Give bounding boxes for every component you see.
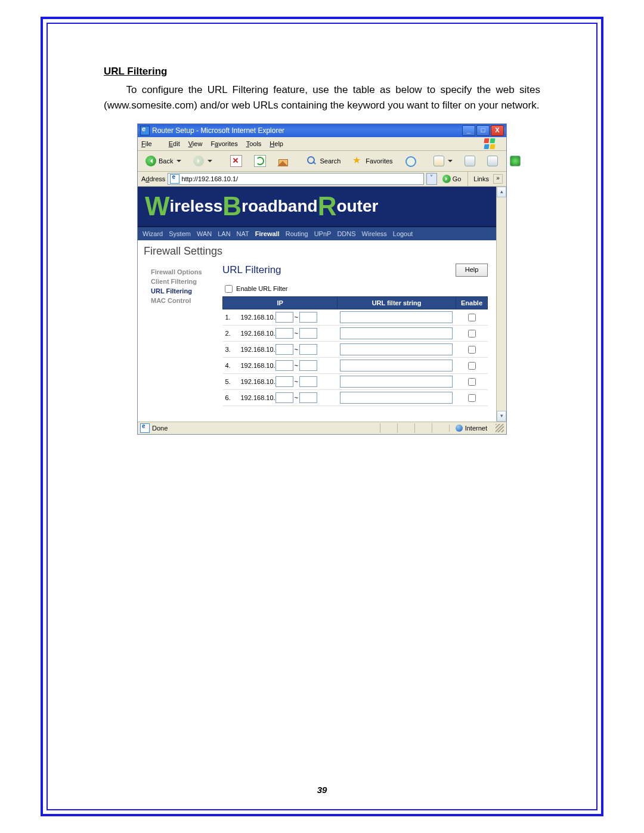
scroll-down-icon[interactable]: ▾ (497, 411, 506, 422)
router-banner: Wireless Broadband Router (138, 187, 496, 227)
ip-from-input[interactable] (275, 312, 293, 323)
ip-to-input[interactable] (299, 376, 317, 387)
menu-help[interactable]: Help (270, 140, 283, 147)
window-title: Router Setup - Microsoft Internet Explor… (152, 126, 284, 135)
go-button[interactable]: Go (439, 174, 465, 184)
menu-file[interactable]: File (141, 140, 160, 147)
minimize-button[interactable]: _ (462, 125, 475, 136)
page-icon (170, 174, 179, 184)
sidebar-item-mac-control[interactable]: MAC Control (151, 296, 222, 305)
row-enable-checkbox[interactable] (468, 394, 476, 402)
screenshot-frame: Router Setup - Microsoft Internet Explor… (137, 123, 507, 435)
nav-lan[interactable]: LAN (218, 230, 230, 237)
col-url: URL filter string (338, 297, 456, 309)
url-filter-input[interactable] (340, 343, 453, 355)
url-filter-input[interactable] (340, 327, 453, 339)
ip-cell: 192.168.10.~ (239, 309, 338, 326)
section-paragraph: To configure the URL Filtering feature, … (104, 82, 540, 114)
resize-grip-icon (496, 424, 504, 432)
url-filter-input[interactable] (340, 360, 453, 371)
home-button[interactable] (274, 153, 293, 169)
status-bar: Done Internet (138, 422, 506, 434)
row-enable-checkbox[interactable] (468, 378, 476, 386)
ie-icon (140, 126, 150, 135)
sidebar-item-url-filtering[interactable]: URL Filtering (151, 286, 222, 296)
ip-to-input[interactable] (299, 312, 317, 323)
ip-to-input[interactable] (299, 344, 317, 355)
forward-button[interactable] (189, 153, 216, 169)
scroll-up-icon[interactable]: ▴ (497, 187, 506, 197)
row-number: 3. (223, 342, 239, 358)
url-filter-input[interactable] (340, 376, 453, 388)
go-icon (442, 175, 451, 183)
nav-wizard[interactable]: Wizard (143, 230, 163, 237)
windows-flag-icon (484, 138, 496, 150)
nav-routing[interactable]: Routing (286, 230, 308, 237)
nav-wireless[interactable]: Wireless (362, 230, 387, 237)
vertical-scrollbar[interactable]: ▴ ▾ (496, 187, 506, 422)
main-title: URL Filtering (222, 264, 281, 276)
address-field[interactable]: http://192.168.10.1/ (168, 173, 423, 185)
ip-to-input[interactable] (299, 328, 317, 339)
row-enable-checkbox[interactable] (468, 314, 476, 321)
sidebar-item-firewall-options[interactable]: Firewall Options (151, 267, 222, 277)
ip-cell: 192.168.10.~ (239, 326, 338, 342)
nav-wan[interactable]: WAN (197, 230, 212, 237)
back-button[interactable]: Back (141, 153, 185, 169)
address-label: Address (141, 175, 165, 182)
ip-to-input[interactable] (299, 392, 317, 403)
ip-to-input[interactable] (299, 360, 317, 371)
row-enable-checkbox[interactable] (468, 362, 476, 370)
ip-cell: 192.168.10.~ (239, 342, 338, 358)
url-filter-input[interactable] (340, 311, 453, 323)
mail-button[interactable] (429, 153, 457, 169)
enable-url-filter-label: Enable URL Filter (236, 285, 287, 292)
ip-from-input[interactable] (275, 360, 293, 371)
menu-view[interactable]: View (188, 140, 203, 147)
menu-favorites[interactable]: Favorites (210, 140, 237, 147)
links-label[interactable]: Links (472, 175, 491, 182)
address-dropdown[interactable]: ˅ (426, 173, 437, 185)
help-button[interactable]: Help (456, 264, 488, 277)
ip-from-input[interactable] (275, 328, 293, 339)
ip-cell: 192.168.10.~ (239, 390, 338, 406)
row-number: 4. (223, 358, 239, 374)
sidebar-item-client-filtering[interactable]: Client Filtering (151, 277, 222, 286)
ip-cell: 192.168.10.~ (239, 374, 338, 390)
nav-nat[interactable]: NAT (237, 230, 249, 237)
menu-tools[interactable]: Tools (246, 140, 262, 147)
ip-from-input[interactable] (275, 392, 293, 403)
row-enable-checkbox[interactable] (468, 330, 476, 337)
nav-logout[interactable]: Logout (393, 230, 413, 237)
favorites-button[interactable]: ★Favorites (348, 153, 397, 169)
search-button[interactable]: Search (302, 153, 345, 169)
refresh-button[interactable] (250, 153, 270, 169)
row-number: 2. (223, 326, 239, 342)
links-chevron-icon[interactable]: » (493, 174, 503, 184)
globe-icon (456, 425, 463, 432)
row-enable-checkbox[interactable] (468, 346, 476, 354)
url-filter-input[interactable] (340, 392, 453, 404)
nav-firewall[interactable]: Firewall (255, 230, 280, 237)
table-row: 4.192.168.10.~ (223, 358, 488, 374)
messenger-button[interactable] (506, 153, 525, 169)
stop-button[interactable] (226, 153, 246, 169)
ip-from-input[interactable] (275, 376, 293, 387)
page-number: 39 (48, 785, 596, 795)
ip-from-input[interactable] (275, 344, 293, 355)
print-button[interactable] (460, 153, 479, 169)
table-row: 2.192.168.10.~ (223, 326, 488, 342)
history-button[interactable] (401, 153, 420, 169)
edit-button[interactable] (483, 153, 502, 169)
nav-system[interactable]: System (169, 230, 191, 237)
maximize-button[interactable]: □ (476, 125, 490, 136)
filter-table: IP URL filter string Enable 1.192.168.10… (222, 296, 488, 406)
close-button[interactable]: X (491, 125, 504, 136)
nav-ddns[interactable]: DDNS (337, 230, 355, 237)
sidebar: Firewall OptionsClient FilteringURL Filt… (138, 264, 222, 407)
toolbar: Back Search ★Favorites (138, 151, 506, 172)
enable-url-filter-checkbox[interactable] (225, 285, 233, 293)
nav-upnp[interactable]: UPnP (314, 230, 332, 237)
menu-edit[interactable]: Edit (169, 140, 180, 147)
address-bar: Address http://192.168.10.1/ ˅ Go Links … (138, 172, 506, 187)
